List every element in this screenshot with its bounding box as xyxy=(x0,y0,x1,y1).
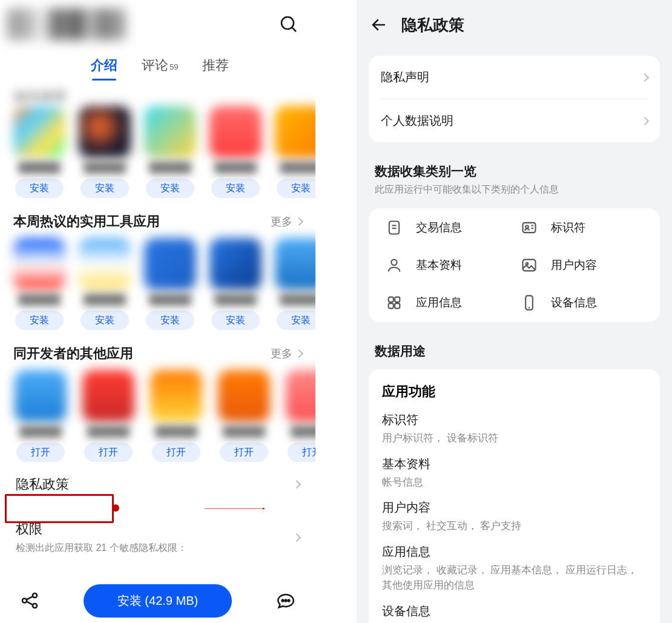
usage-basic: 基本资料 帐号信息 xyxy=(382,456,647,490)
data-usage-section-title: 数据用途 xyxy=(357,328,672,363)
open-button[interactable]: 打开 xyxy=(16,443,65,462)
app-tile[interactable]: 打开 xyxy=(217,370,271,462)
data-collect-subtitle: 此应用运行中可能收集以下类别的个人信息 xyxy=(357,183,672,202)
category-device-info: 设备信息 xyxy=(521,294,644,311)
app-icon xyxy=(144,238,196,290)
usage-label: 应用信息 xyxy=(382,544,647,560)
more-label: 更多 xyxy=(271,346,292,361)
app-icon xyxy=(275,238,315,290)
data-collect-title: 数据收集类别一览 xyxy=(357,148,672,183)
svg-marker-29 xyxy=(263,508,265,510)
bottom-bar: 安装 (42.9 MB) xyxy=(0,578,315,623)
app-tile[interactable]: 安装 xyxy=(79,238,131,330)
open-button[interactable]: 打开 xyxy=(152,443,200,462)
app-label-blurred xyxy=(84,162,126,174)
app-label-blurred xyxy=(280,294,315,306)
app-detail-header xyxy=(0,0,315,48)
install-button[interactable]: 安装 xyxy=(211,311,260,330)
app-tile[interactable]: 安装 xyxy=(275,238,315,330)
open-button[interactable]: 打开 xyxy=(84,443,133,462)
app-tile[interactable]: 安装 xyxy=(144,106,196,198)
annotation-highlight-box xyxy=(5,494,114,523)
privacy-title: 隐私政策 xyxy=(401,15,464,36)
chevron-right-icon xyxy=(292,533,301,541)
data-usage-card: 应用功能 标识符 用户标识符， 设备标识符 基本资料 帐号信息 用户内容 搜索词… xyxy=(369,369,660,623)
share-icon[interactable] xyxy=(19,590,40,611)
tab-comments[interactable]: 评论59 xyxy=(142,56,178,74)
personal-data-row[interactable]: 个人数据说明 xyxy=(369,99,660,142)
document-icon xyxy=(386,219,403,236)
install-button[interactable]: 安装 xyxy=(15,311,64,330)
id-card-icon xyxy=(521,219,538,236)
app-tile[interactable]: 打开 xyxy=(149,370,203,462)
open-button[interactable]: 打开 xyxy=(220,443,268,462)
category-transaction: 交易信息 xyxy=(386,219,509,236)
image-icon xyxy=(521,257,538,274)
install-button[interactable]: 安装 xyxy=(146,179,194,198)
app-tile[interactable]: 安装 xyxy=(13,238,65,330)
install-button[interactable]: 安装 xyxy=(81,179,129,198)
svg-point-9 xyxy=(288,600,290,602)
open-button[interactable]: 打开 xyxy=(288,443,315,462)
usage-label: 用户内容 xyxy=(382,499,647,516)
app-label-blurred xyxy=(214,162,257,174)
chevron-right-icon xyxy=(641,73,649,81)
chevron-right-icon xyxy=(295,349,303,358)
app-label-blurred xyxy=(149,162,191,174)
tabs: 介绍 评论59 推荐 xyxy=(0,48,315,82)
app-tile[interactable]: 打开 xyxy=(13,370,68,462)
category-basic: 基本资料 xyxy=(386,257,509,274)
personal-data-label: 个人数据说明 xyxy=(381,113,453,129)
app-icon xyxy=(209,106,262,158)
more-link[interactable]: 更多 xyxy=(271,214,302,229)
app-label-blurred xyxy=(84,294,126,306)
install-button[interactable]: 安装 xyxy=(277,179,315,198)
app-label-blurred xyxy=(149,294,191,306)
app-tile[interactable]: 打开 xyxy=(81,370,136,462)
back-arrow-icon[interactable] xyxy=(370,16,388,34)
section-heading-blurred: 相关推荐 xyxy=(0,82,315,106)
usage-label: 设备信息 xyxy=(382,603,647,619)
app-icon xyxy=(13,106,65,158)
privacy-policy-screen: 隐私政策 隐私声明 个人数据说明 数据收集类别一览 此应用运行中可能收集以下类别… xyxy=(357,0,672,623)
install-button[interactable]: 安装 xyxy=(146,311,194,330)
app-tile[interactable]: 安装 xyxy=(13,106,65,198)
app-tile[interactable]: 安装 xyxy=(209,106,262,198)
app-label-blurred xyxy=(87,426,130,438)
app-tile[interactable]: 安装 xyxy=(209,238,262,330)
install-button[interactable]: 安装 xyxy=(211,179,260,198)
privacy-header: 隐私政策 xyxy=(357,0,672,50)
app-title-blurred xyxy=(7,8,125,40)
more-link[interactable]: 更多 xyxy=(271,346,302,361)
install-button[interactable]: 安装 xyxy=(15,179,64,198)
annotation-arrow xyxy=(114,507,356,510)
app-label-blurred xyxy=(155,426,197,438)
app-tile[interactable]: 安装 xyxy=(275,106,315,198)
usage-appinfo: 应用信息 浏览记录， 收藏记录， 应用基本信息， 应用运行日志， 其他使用应用的… xyxy=(382,544,647,593)
install-main-button[interactable]: 安装 (42.9 MB) xyxy=(84,584,232,618)
install-button[interactable]: 安装 xyxy=(277,311,315,330)
search-icon[interactable] xyxy=(279,15,298,34)
install-button[interactable]: 安装 xyxy=(81,311,129,330)
tab-intro[interactable]: 介绍 xyxy=(91,56,117,74)
app-detail-screen: 介绍 评论59 推荐 相关推荐 安装 安装 安装 安装 安装 本周热议的实用工具… xyxy=(0,0,315,623)
app-icon xyxy=(13,238,65,290)
app-label-blurred xyxy=(18,162,61,174)
category-user-content: 用户内容 xyxy=(521,257,644,274)
tab-recommend[interactable]: 推荐 xyxy=(202,56,229,74)
comment-icon[interactable] xyxy=(275,590,296,611)
svg-point-4 xyxy=(33,604,37,608)
svg-point-18 xyxy=(391,260,397,265)
app-tile[interactable]: 打开 xyxy=(285,370,315,462)
app-tile[interactable]: 安装 xyxy=(79,106,131,198)
usage-values: 搜索词， 社交互动， 客户支持 xyxy=(382,518,647,534)
chevron-right-icon xyxy=(292,480,301,489)
tab-intro-label: 介绍 xyxy=(91,58,117,73)
svg-line-1 xyxy=(292,27,296,31)
app-tile[interactable]: 安装 xyxy=(144,238,196,330)
app-icon xyxy=(150,370,202,422)
app-icon xyxy=(218,370,270,422)
privacy-declaration-row[interactable]: 隐私声明 xyxy=(369,56,660,99)
svg-point-2 xyxy=(22,598,27,602)
category-label: 应用信息 xyxy=(416,295,462,311)
